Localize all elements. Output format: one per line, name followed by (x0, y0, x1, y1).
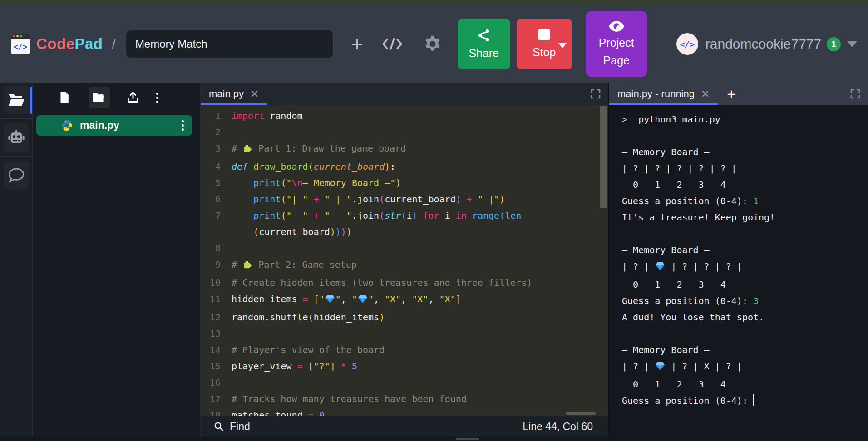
logo-window-bar (11, 34, 30, 39)
chat-rail-button[interactable] (4, 161, 29, 189)
gem-icon (325, 293, 335, 309)
main-content: main.py main.py ✕ 1import random23# Part… (0, 83, 868, 437)
line-number: 5 (201, 175, 232, 191)
console-line: 0 1 2 3 4 (622, 376, 868, 392)
code-line: 18matches_found = 0 (201, 407, 608, 416)
line-number: 8 (201, 240, 232, 256)
new-file-button[interactable] (55, 87, 76, 108)
tab-close-icon[interactable]: ✕ (250, 88, 259, 100)
page-horizontal-scrollbar[interactable] (456, 438, 479, 440)
line-number: 4 (201, 158, 232, 175)
robot-icon (7, 129, 25, 146)
new-project-icon[interactable]: + (351, 34, 363, 54)
code-lines: 1import random23# Part 1: Draw the game … (201, 108, 608, 416)
code-line: 16 (201, 374, 608, 391)
explorer-toolbar (33, 83, 200, 113)
line-number: 13 (201, 325, 232, 342)
activity-rail (0, 83, 32, 437)
upload-file-button[interactable] (123, 87, 143, 108)
console-line: – Memory Board – (622, 242, 868, 258)
puzzle-icon (242, 258, 253, 274)
app-header: </> CodePad / + Share Stop (0, 5, 868, 83)
file-explorer-panel: main.py (32, 83, 200, 437)
console-tab-bar: main.py - running ✕ + (609, 83, 868, 105)
line-number: 2 (201, 124, 232, 140)
file-row-main-py[interactable]: main.py (36, 115, 192, 136)
console-line: 0 1 2 3 4 (622, 276, 868, 293)
console-tab-close-icon[interactable]: ✕ (701, 88, 710, 100)
cursor-position: Line 44, Col 60 (523, 421, 593, 433)
console-expand-icon[interactable] (850, 83, 868, 105)
stop-icon (538, 29, 550, 40)
console-line (622, 127, 868, 144)
console-output[interactable]: > python3 main.py– Memory Board –| ? | ?… (609, 105, 868, 437)
code-line: 17# Tracks how many treasures have been … (201, 391, 608, 407)
console-line: Guess a position (0-4): (622, 392, 868, 409)
stop-dropdown-caret-icon[interactable] (558, 43, 567, 48)
stop-button[interactable]: Stop (517, 19, 572, 69)
console-line: – Memory Board – (622, 342, 868, 358)
code-line: 10# Create hidden items (two treasures a… (201, 274, 608, 291)
share-icon (477, 29, 491, 42)
code-line: 8 (201, 240, 608, 256)
gem-icon (655, 260, 666, 276)
files-rail-button[interactable] (4, 86, 29, 114)
settings-gear-icon[interactable] (423, 34, 442, 54)
editor-horizontal-scrollbar[interactable] (566, 412, 596, 415)
console-line: A dud! You lose that spot. (622, 309, 868, 325)
console-line: | ? | | ? | ? | ? | (622, 258, 868, 276)
line-number: 7 (201, 207, 232, 224)
file-name: main.py (80, 119, 182, 132)
user-dropdown-caret-icon (847, 41, 857, 47)
username: randomcookie7777 (705, 36, 821, 52)
line-number: 17 (201, 391, 232, 407)
editor-expand-icon[interactable] (590, 83, 608, 105)
project-name-input[interactable] (126, 30, 334, 58)
new-folder-button[interactable] (89, 87, 110, 108)
code-line: (current_board)))) (201, 224, 608, 240)
line-number: 18 (201, 407, 232, 416)
share-button[interactable]: Share (458, 19, 510, 69)
find-button[interactable]: Find (213, 421, 250, 433)
code-line: 4def draw_board(current_board): (201, 158, 608, 175)
line-number: 6 (201, 191, 232, 207)
code-embed-icon[interactable] (381, 36, 403, 52)
code-line: 11hidden_items = ["", "", "X", "X", "X"] (201, 291, 608, 309)
project-page-button[interactable]: Project Page (586, 11, 647, 77)
console-line: Guess a position (0-4): 1 (622, 193, 868, 209)
new-console-tab-button[interactable]: + (723, 83, 740, 105)
editor-tab-main-py[interactable]: main.py ✕ (201, 83, 267, 105)
line-number: 1 (201, 108, 232, 124)
gem-icon (357, 293, 368, 309)
file-options-button[interactable] (182, 120, 184, 131)
console-line: 0 1 2 3 4 (622, 176, 868, 193)
brand-title: CodePad (36, 35, 103, 53)
console-tab-running[interactable]: main.py - running ✕ (609, 83, 718, 105)
editor-vertical-scrollbar[interactable] (600, 106, 607, 208)
bottom-strip (0, 437, 868, 441)
code-line: 1import random (201, 108, 608, 124)
line-number: 3 (201, 140, 232, 158)
codepad-logo[interactable]: </> (11, 34, 30, 54)
python-file-icon (61, 119, 73, 132)
console-panel: main.py - running ✕ + > python3 main.py–… (608, 83, 868, 437)
editor-status-bar: Find Line 44, Col 60 (201, 416, 608, 437)
user-avatar: </> (676, 33, 698, 55)
console-line: | ? | | ? | X | ? | (622, 358, 868, 376)
notification-badge: 1 (827, 37, 841, 51)
line-number: 10 (201, 274, 232, 291)
console-line (622, 325, 868, 342)
assistant-rail-button[interactable] (4, 123, 29, 152)
terminal-cursor (753, 394, 754, 406)
console-line: | ? | ? | ? | ? | ? | (622, 160, 868, 176)
code-line: 5 print("\n– Memory Board –") (201, 175, 608, 191)
line-number: 15 (201, 358, 232, 374)
logo-code-glyph: </> (11, 39, 30, 54)
explorer-more-options-button[interactable] (156, 93, 158, 103)
code-area[interactable]: 1import random23# Part 1: Draw the game … (201, 105, 608, 416)
search-icon (213, 421, 224, 432)
code-line: 14# Player's view of the board (201, 342, 608, 358)
gem-icon (655, 360, 666, 376)
puzzle-icon (242, 142, 253, 158)
user-menu[interactable]: </> randomcookie7777 1 (676, 33, 857, 55)
